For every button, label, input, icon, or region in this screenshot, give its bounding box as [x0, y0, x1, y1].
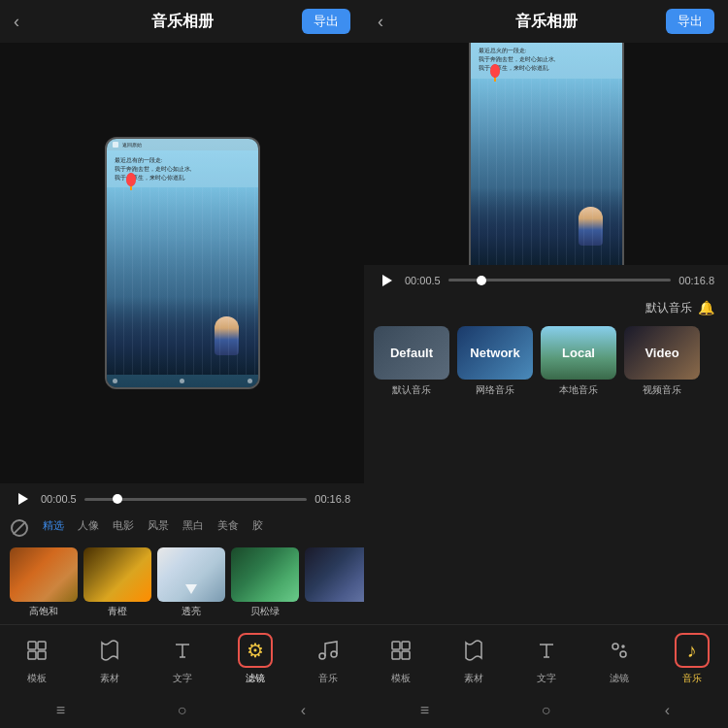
music-cat-thumb-network: Network — [457, 326, 533, 380]
left-tool-material[interactable]: 素材 — [92, 633, 127, 685]
left-time-end: 00:16.8 — [314, 493, 350, 505]
lantern-decoration — [126, 173, 136, 186]
svg-point-5 — [331, 651, 337, 657]
filter-thumb-touling[interactable]: 透亮 — [157, 547, 225, 618]
left-playback-bar: 00:00.5 00:16.8 — [0, 483, 364, 514]
music-cat-label-network: 网络音乐 — [476, 383, 514, 397]
material-icon-r — [456, 633, 491, 668]
music-cat-default[interactable]: Default 默认音乐 — [374, 326, 449, 397]
left-phone-mockup: 返回原始 最近总有的一段走: 我于奔跑去世，走时心如止水, 我于今草生，来时心你… — [105, 137, 260, 389]
filter-icon: ⚙ — [238, 633, 273, 668]
right-back-button[interactable]: ‹ — [378, 12, 383, 32]
svg-point-4 — [319, 653, 325, 659]
filter-tab-jingxuan[interactable]: 精选 — [43, 518, 64, 538]
left-play-button[interactable] — [14, 489, 33, 509]
left-progress-thumb[interactable] — [113, 494, 122, 504]
filter-label-beisong: 贝松绿 — [250, 605, 280, 618]
speaker-icon[interactable]: 🔔 — [698, 300, 714, 315]
left-tool-filter[interactable]: ⚙ 滤镜 — [238, 633, 273, 685]
right-header: ‹ 音乐相册 导出 — [364, 0, 728, 43]
left-time-start: 00:00.5 — [41, 493, 77, 505]
music-icon-active: ♪ — [675, 633, 710, 668]
left-export-button[interactable]: 导出 — [302, 9, 350, 34]
no-filter-button[interactable] — [10, 518, 29, 538]
svg-rect-8 — [392, 651, 400, 659]
left-tool-template[interactable]: 模板 — [19, 633, 54, 685]
text-icon — [165, 633, 200, 668]
left-header: ‹ 音乐相册 导出 — [0, 0, 364, 43]
filter-thumb-beisong[interactable]: 贝松绿 — [231, 547, 299, 618]
filter-thumb-gaobaohe[interactable]: 高饱和 — [10, 547, 78, 618]
left-title: 音乐相册 — [151, 12, 214, 32]
svg-rect-7 — [402, 642, 410, 649]
right-tool-material[interactable]: 素材 — [456, 633, 491, 685]
right-tool-template-label: 模板 — [391, 672, 411, 685]
right-panel: ‹ 音乐相册 导出 返回原始 最近总火的一段走: 我于奔跑去世，走时心如止水, … — [364, 0, 728, 728]
right-back-nav[interactable]: ‹ — [658, 701, 678, 720]
right-tool-text[interactable]: 文字 — [529, 633, 564, 685]
left-preview-area: 返回原始 最近总有的一段走: 我于奔跑去世，走时心如止水, 我于今草生，来时心你… — [0, 43, 364, 483]
play-triangle-icon-r — [382, 275, 392, 286]
filter-thumb-extra[interactable] — [305, 547, 364, 618]
music-icon — [311, 633, 346, 668]
ctrl-dot — [180, 379, 184, 383]
svg-rect-1 — [38, 642, 46, 649]
right-home-nav[interactable]: ○ — [537, 701, 556, 720]
left-menu-nav[interactable]: ≡ — [51, 701, 71, 720]
template-icon-r — [383, 633, 418, 668]
left-tool-music[interactable]: 音乐 — [311, 633, 346, 685]
right-export-button[interactable]: 导出 — [666, 9, 714, 34]
left-back-nav[interactable]: ‹ — [294, 701, 314, 720]
left-tool-text[interactable]: 文字 — [165, 633, 200, 685]
svg-rect-3 — [38, 651, 46, 659]
music-cat-video[interactable]: Video 视频音乐 — [624, 326, 700, 397]
right-progress-thumb[interactable] — [477, 276, 486, 285]
svg-rect-9 — [402, 651, 410, 659]
music-cat-label-local: 本地音乐 — [559, 383, 598, 397]
svg-rect-6 — [392, 642, 400, 649]
right-time-start: 00:00.5 — [405, 275, 441, 286]
left-back-button[interactable]: ‹ — [14, 12, 19, 32]
template-icon — [19, 633, 54, 668]
filter-tab-heibai[interactable]: 黑白 — [182, 518, 204, 538]
filter-thumb-qingcheng[interactable]: 青橙 — [83, 547, 151, 618]
no-filter-icon — [11, 519, 28, 537]
music-cat-thumb-default: Default — [374, 326, 449, 380]
lantern-decoration-r — [490, 64, 500, 78]
right-menu-nav[interactable]: ≡ — [415, 701, 435, 720]
right-play-button[interactable] — [378, 271, 397, 290]
left-tool-template-label: 模板 — [27, 672, 47, 685]
right-spacer — [364, 403, 728, 625]
music-cat-network[interactable]: Network 网络音乐 — [457, 326, 533, 397]
ctrl-dot — [113, 379, 117, 383]
right-tool-filter[interactable]: 滤镜 — [602, 633, 637, 685]
filter-tab-jiao[interactable]: 胶 — [252, 518, 263, 538]
music-cat-local[interactable]: Local 本地音乐 — [541, 326, 616, 397]
filter-label-gaobaohe: 高饱和 — [29, 605, 58, 618]
right-progress-track[interactable] — [448, 279, 672, 281]
filter-icon-r — [602, 633, 637, 668]
left-progress-track[interactable] — [84, 498, 308, 501]
svg-point-11 — [620, 651, 626, 657]
right-tool-template[interactable]: 模板 — [383, 633, 418, 685]
filter-tab-meishi[interactable]: 美食 — [217, 518, 239, 538]
filter-tab-fengjing[interactable]: 风景 — [148, 518, 169, 538]
material-icon — [92, 633, 127, 668]
right-tool-music-label: 音乐 — [682, 672, 702, 685]
filter-tab-dianying[interactable]: 电影 — [113, 518, 134, 538]
play-triangle-icon — [18, 493, 28, 505]
music-cat-text-local: Local — [562, 346, 595, 360]
filter-tab-renxiang[interactable]: 人像 — [78, 518, 99, 538]
right-title: 音乐相册 — [515, 12, 578, 32]
right-preview-area: 返回原始 最近总火的一段走: 我于奔跑去世，走时心如止水, 我于今草生，来时心你… — [364, 43, 728, 265]
ctrl-dot — [248, 379, 252, 383]
music-cat-label-default: 默认音乐 — [392, 383, 431, 397]
right-time-end: 00:16.8 — [678, 275, 714, 286]
left-tool-filter-label: 滤镜 — [246, 672, 265, 685]
right-tool-music[interactable]: ♪ 音乐 — [675, 633, 710, 685]
svg-rect-2 — [28, 651, 36, 659]
svg-point-10 — [612, 644, 618, 649]
left-home-nav[interactable]: ○ — [173, 701, 192, 720]
left-phone-screen: 返回原始 最近总有的一段走: 我于奔跑去世，走时心如止水, 我于今草生，来时心你… — [107, 139, 258, 387]
right-tool-filter-label: 滤镜 — [610, 672, 629, 685]
